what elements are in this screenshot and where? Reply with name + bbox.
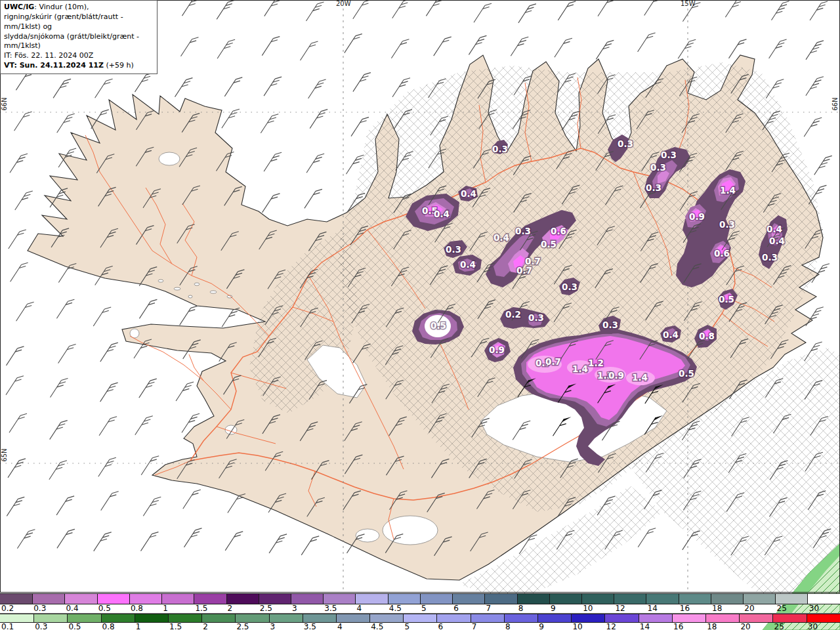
scale-cell-4: [355, 594, 387, 604]
scale-label-10: 10: [572, 622, 582, 630]
scale-label-14: 14: [648, 604, 658, 613]
sleet-snow-scale-labels: 0.20.30.40.50.811.522.533.544.5567891012…: [0, 604, 840, 613]
scale-label-8: 8: [518, 604, 524, 613]
precip-value-label: 0.7: [516, 265, 532, 276]
scale-label-1.5: 1.5: [195, 604, 207, 613]
scale-cell-1.5: [168, 614, 201, 622]
scale-cell-12: [604, 614, 638, 622]
scale-label-0.8: 0.8: [102, 622, 115, 630]
precip-value-label: 0.3: [602, 320, 618, 330]
scale-cell-0.5: [97, 594, 129, 604]
scale-cell-16: [679, 594, 711, 604]
scale-cell-4.5: [369, 614, 403, 622]
scale-label-7: 7: [472, 622, 477, 630]
scale-label-3.5: 3.5: [324, 604, 337, 613]
precip-value-label: 1.4: [720, 185, 736, 196]
precip-value-label: 0.9: [689, 211, 705, 222]
scale-label-25: 25: [774, 622, 784, 630]
precip-value-label: 0.2: [505, 309, 521, 320]
scale-cell-0.3: [32, 594, 64, 604]
precip-value-label: 0.3: [562, 282, 578, 292]
scale-label-8: 8: [505, 622, 511, 630]
precip-value-label: 0.3: [492, 144, 508, 154]
precip-value-label: 0.4: [494, 232, 509, 243]
scale-label-12: 12: [606, 622, 616, 630]
scale-cell-3.5: [303, 614, 336, 622]
init-time: IT: Fös. 22. 11. 2024 00Z: [4, 51, 154, 61]
scale-cell-0.5: [67, 614, 100, 622]
scale-cell-25: [772, 614, 806, 622]
precip-value-label: 0.4: [461, 188, 476, 199]
meridian-label-15W: 15W: [681, 0, 696, 7]
precip-value-label: 0.3: [661, 150, 677, 160]
precip-value-label: 0.8: [699, 331, 715, 341]
scale-cell-6: [436, 614, 470, 622]
precip-value-label: 0.5: [679, 368, 694, 379]
scale-label-0.8: 0.8: [131, 604, 143, 613]
title-box: UWC/IG: Vindur (10m), rigning/skúrir (gr…: [0, 0, 158, 74]
scale-label-0.3: 0.3: [35, 622, 47, 630]
scale-cell-0.2: [0, 594, 32, 604]
scale-cell-2.5: [259, 594, 291, 604]
scale-label-9: 9: [539, 622, 544, 630]
model-name: UWC/IG: [4, 3, 34, 11]
scale-label-2: 2: [228, 604, 233, 613]
scale-cell-2: [201, 614, 235, 622]
sleet-snow-color-scale: [0, 593, 840, 604]
scale-cell-7: [471, 614, 504, 622]
scale-cell-8: [517, 594, 549, 604]
rain-scale-labels: 0.10.30.50.811.522.533.544.5567891012141…: [0, 622, 840, 630]
precip-value-label: 0.6: [714, 248, 730, 259]
scale-cell-8: [504, 614, 537, 622]
scale-cell-5: [420, 594, 452, 604]
scale-label-3.5: 3.5: [304, 622, 316, 630]
scale-label-16: 16: [680, 604, 690, 613]
weather-map-page: 0.50.40.40.30.30.40.30.40.60.50.70.70.30…: [0, 0, 840, 630]
title-line-2: rigning/skúrir (grænt/blátt/rautt - mm/1…: [4, 12, 154, 32]
precip-value-label: 0.5: [541, 239, 556, 249]
scale-cell-10: [571, 614, 604, 622]
scale-cell-3.5: [323, 594, 355, 604]
scale-label-2.5: 2.5: [236, 622, 249, 630]
scale-cell-0.8: [101, 614, 135, 622]
precip-value-label: 0.3: [650, 162, 666, 173]
scale-cell-3: [269, 614, 303, 622]
precip-value-label: 0.4: [766, 224, 782, 234]
title-line-1: UWC/IG: Vindur (10m),: [4, 3, 154, 12]
scale-label-3: 3: [270, 622, 276, 630]
precip-value-label: 0.4: [434, 209, 450, 219]
scale-label-6: 6: [453, 604, 459, 613]
scale-cell-1: [161, 594, 194, 604]
scale-cell-14: [639, 614, 672, 622]
scale-cell-9: [549, 594, 581, 604]
scale-label-0.5: 0.5: [68, 622, 81, 630]
precip-value-label: 0.5: [719, 294, 734, 304]
scale-cell-0.1: [0, 614, 33, 622]
scale-label-0.2: 0.2: [1, 604, 14, 613]
scale-label-12: 12: [615, 604, 625, 613]
scale-label-10: 10: [583, 604, 593, 613]
precip-value-label: 0.4: [769, 236, 785, 246]
precip-value-label: 0.6: [551, 226, 566, 236]
scale-cell-10: [581, 594, 614, 604]
precip-value-label: 1.4: [632, 372, 648, 383]
scale-label-4.5: 4.5: [371, 622, 383, 630]
scale-label-18: 18: [707, 622, 717, 630]
precip-value-label: 0.5: [430, 320, 446, 331]
scale-cell-1: [135, 614, 168, 622]
scale-cell-6: [452, 594, 484, 604]
scale-label-5: 5: [421, 604, 427, 613]
precip-value-label: 1.2: [588, 358, 604, 368]
scale-label-0.1: 0.1: [1, 622, 14, 630]
scale-cell-2: [226, 594, 259, 604]
scale-cell-30: [807, 614, 840, 622]
scale-label-0.4: 0.4: [66, 604, 78, 613]
scale-cell-7: [484, 594, 516, 604]
scale-label-30: 30: [808, 622, 818, 630]
iceland-weather-map: 0.50.40.40.30.30.40.30.40.60.50.70.70.30…: [0, 0, 840, 630]
scale-cell-20: [739, 614, 772, 622]
scale-cell-4.5: [388, 594, 420, 604]
meridian-label-20W: 20W: [336, 0, 351, 7]
scale-cell-0.8: [129, 594, 161, 604]
precip-value-label: 0.3: [515, 226, 531, 236]
